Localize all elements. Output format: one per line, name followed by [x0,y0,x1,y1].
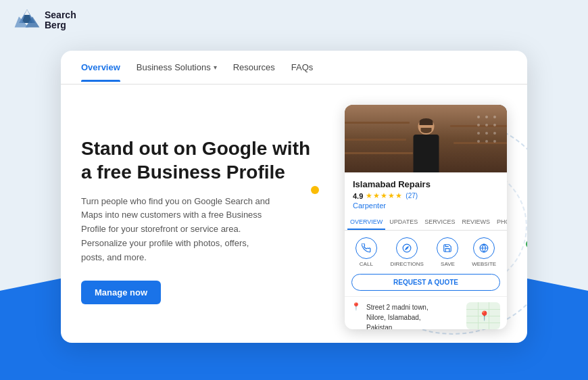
dot-yellow-decoration [311,186,319,194]
star-icons: ★★★★★ [366,191,403,200]
logo: Search Berg [14,7,76,34]
business-card-image [345,105,507,172]
website-icon [473,237,495,259]
person-hair [419,118,433,125]
content-area: Stand out on Google with a free Business… [61,85,527,343]
logo-text: Search Berg [45,10,76,31]
review-count: (27) [406,192,418,199]
rating-number: 4.9 [353,192,363,200]
directions-label: DIRECTIONS [390,261,423,267]
card-tab-photos[interactable]: PHO [494,215,507,230]
business-type: Carpenter [353,201,499,210]
card-tab-overview[interactable]: OVERVIEW [347,215,385,230]
svg-marker-4 [24,9,30,15]
card-tabs: OVERVIEW UPDATES SERVICES REVIEWS PHO [345,215,507,231]
chevron-down-icon: ▾ [214,64,217,71]
nav-bar: Overview Business Solutions ▾ Resources … [61,51,527,85]
rating-row: 4.9 ★★★★★ (27) [353,191,499,200]
svg-point-17 [403,244,411,252]
call-label: CALL [360,261,373,267]
svg-point-6 [485,116,488,118]
svg-point-9 [485,124,488,126]
card-tab-reviews[interactable]: REVIEWS [460,215,493,230]
business-card-info: Islamabad Repairs 4.9 ★★★★★ (27) Carpent… [345,172,507,210]
action-call[interactable]: CALL [356,237,377,267]
person-head [418,118,434,135]
svg-point-11 [477,132,480,135]
person-body [413,135,439,172]
map-pin-icon: 📍 [479,310,490,321]
location-pin-icon: 📍 [351,302,361,311]
main-headline: Stand out on Google with a free Business… [81,137,318,184]
main-card: Overview Business Solutions ▾ Resources … [61,51,527,343]
nav-item-overview[interactable]: Overview [81,53,120,82]
person-beard [420,128,431,133]
svg-point-15 [485,140,488,143]
svg-point-10 [493,124,496,126]
business-name: Islamabad Repairs [353,179,499,189]
save-icon [437,237,458,259]
request-quote-button[interactable]: REQUEST A QUOTE [351,274,500,291]
svg-marker-18 [406,247,409,250]
svg-point-8 [477,124,480,126]
address-text: Street 2 madni town, Nilore, Islamabad, … [366,302,461,329]
left-content: Stand out on Google with a free Business… [81,105,318,329]
svg-point-7 [493,116,496,118]
website-label: WEBSITE [472,261,496,267]
svg-point-16 [493,140,496,143]
dot-pattern [473,112,500,155]
card-tab-updates[interactable]: UPDATES [387,215,420,230]
map-thumbnail: 📍 [466,302,500,329]
svg-point-13 [493,132,496,135]
right-content: Islamabad Repairs 4.9 ★★★★★ (27) Carpent… [331,105,507,329]
map-grid-line [466,309,500,310]
hero-subtext: Turn people who find you on Google Searc… [81,195,270,265]
nav-item-business-solutions[interactable]: Business Solutions ▾ [137,53,217,82]
manage-now-button[interactable]: Manage now [81,281,161,304]
card-tab-services[interactable]: SERVICES [422,215,458,230]
address-section: 📍 Street 2 madni town, Nilore, Islamabad… [345,296,507,329]
action-save[interactable]: SAVE [437,237,458,267]
logo-bar: Search Berg [0,0,588,41]
business-profile-card: Islamabad Repairs 4.9 ★★★★★ (27) Carpent… [345,105,507,329]
nav-item-faqs[interactable]: FAQs [291,53,314,82]
action-website[interactable]: WEBSITE [472,237,496,267]
directions-icon [396,237,418,259]
action-icons: CALL DIRECTIONS [345,231,507,271]
call-icon [356,237,377,259]
nav-item-resources[interactable]: Resources [233,53,275,82]
save-label: SAVE [441,261,455,267]
action-directions[interactable]: DIRECTIONS [390,237,423,267]
svg-point-14 [477,140,480,143]
person-figure [411,118,441,172]
svg-point-12 [485,132,488,135]
map-grid-line [466,323,500,323]
svg-point-5 [477,116,480,118]
logo-icon [14,7,41,34]
